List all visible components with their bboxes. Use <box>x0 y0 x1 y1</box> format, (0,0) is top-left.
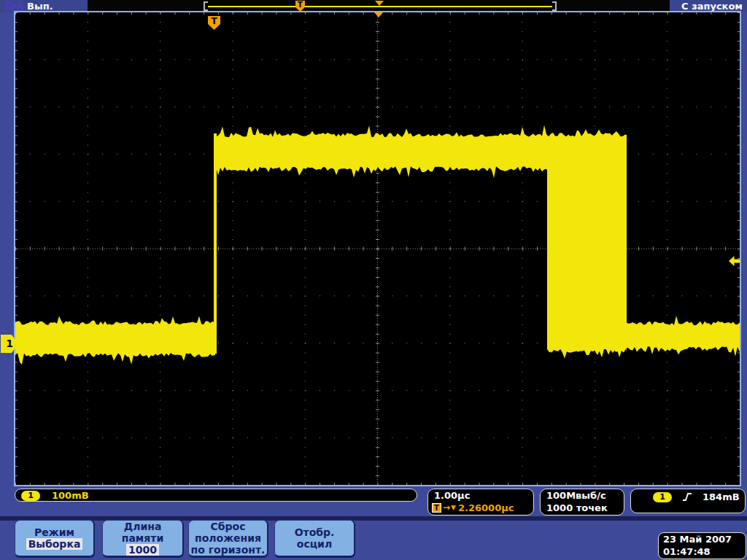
trigger-source-badge: 1 <box>653 492 672 502</box>
button-line: памяти <box>122 532 163 544</box>
trigger-delay-row: T → ▼ 2.26000µс <box>428 502 533 514</box>
datetime-box: 23 Май 2007 01:47:48 <box>658 532 746 559</box>
acquisition-mode-label: Вып. <box>27 1 53 12</box>
trigger-delay-t-icon: T <box>432 503 441 513</box>
trigger-delay-value: 2.26000µс <box>458 502 514 514</box>
time-value: 01:47:48 <box>663 545 746 558</box>
button-line: Отобр. <box>295 526 335 538</box>
button-value: 1000 <box>126 544 159 556</box>
acquisition-readout: 100Мвыб/с 1000 точек <box>540 489 624 516</box>
rising-edge-icon <box>682 491 692 502</box>
trigger-level-value: 184mB <box>703 491 740 502</box>
delay-arrow-icon: → <box>443 502 450 514</box>
sample-rate-value: 100Мвыб/с <box>541 489 624 502</box>
graticule-and-waveform <box>15 12 740 485</box>
menu-button-reset-horizontal-position[interactable]: Сброс положения по горизонт. <box>188 520 268 558</box>
button-value: Выборка <box>26 538 83 550</box>
trigger-status-label: С запуском <box>681 1 743 12</box>
channel1-scale-readout: 1 100mB <box>15 489 417 502</box>
horizontal-readout: 1.00µс T → ▼ 2.26000µс <box>427 489 534 516</box>
expansion-point-icon <box>374 12 383 18</box>
button-line: Сброс <box>211 521 246 532</box>
record-view-right-bracket <box>552 1 557 11</box>
waveform-display: T 1 <box>14 11 741 486</box>
record-view-waveform-bar <box>208 6 552 7</box>
delay-marker-icon: ▼ <box>451 502 456 514</box>
record-expansion-point-icon <box>375 1 384 6</box>
button-line: осцил <box>297 538 332 550</box>
button-line: Длина <box>124 521 162 532</box>
channel1-scale-value: 100mB <box>52 490 89 501</box>
date-value: 23 Май 2007 <box>663 533 746 545</box>
channel1-badge: 1 <box>21 491 40 501</box>
menu-button-display-scope[interactable]: Отобр. осцил <box>274 520 355 558</box>
menu-button-acquisition-mode[interactable]: Режим Выборка <box>15 520 95 558</box>
trigger-readout: 1 184mB <box>630 489 746 513</box>
button-line: положения <box>195 532 261 544</box>
button-line: по горизонт. <box>191 544 266 556</box>
menu-button-record-length[interactable]: Длина памяти 1000 <box>102 520 184 558</box>
record-length-value: 1000 точек <box>541 502 624 514</box>
button-line: Режим <box>34 526 74 538</box>
timebase-scale-value: 1.00µс <box>428 489 533 502</box>
